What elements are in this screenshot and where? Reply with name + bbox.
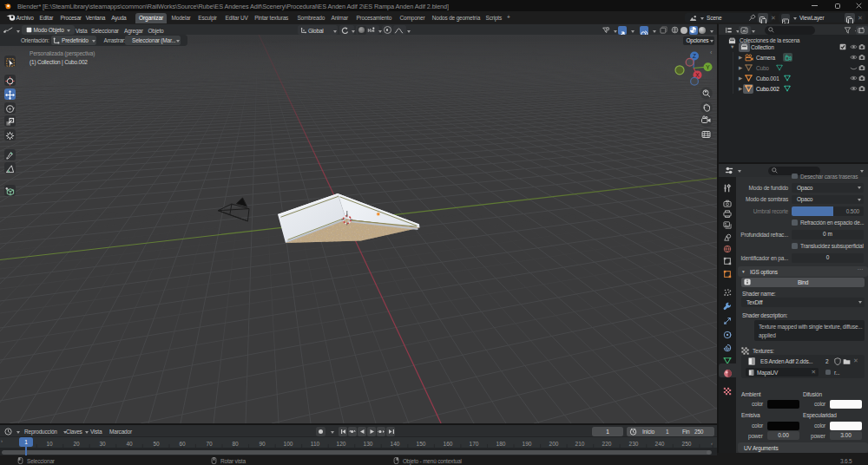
svg-text:Z: Z (693, 53, 696, 59)
svg-text:X: X (695, 72, 700, 78)
svg-text:Y: Y (706, 64, 710, 70)
